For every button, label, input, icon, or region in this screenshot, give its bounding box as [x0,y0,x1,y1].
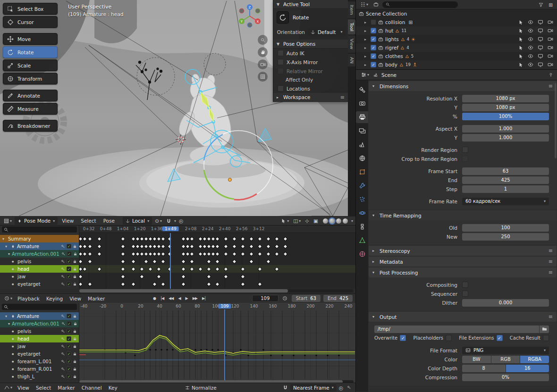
menu-key[interactable]: Key [106,385,120,391]
channel-pelvis[interactable]: ●pelvis✓ [0,258,79,265]
keyframe[interactable] [232,244,236,249]
props-tab-output[interactable] [356,111,368,123]
outliner-row-scene-collection[interactable]: Scene Collection [356,9,557,18]
collection-checkbox-collision[interactable] [371,19,376,25]
props-tab-object[interactable] [356,166,368,178]
hide-eye-icon[interactable] [528,62,533,67]
tool-button-select-box[interactable]: Select Box [3,3,58,15]
disable-render-icon[interactable] [548,53,553,59]
channel-enable-checkbox[interactable]: ✓ [67,329,71,334]
orientation-select[interactable]: Default▾ [308,28,345,36]
collection-checkbox-rigref[interactable]: ✓ [371,45,376,50]
expand-arrow-icon[interactable]: ▸ [364,37,369,42]
selectability-button[interactable]: ▾ [279,218,290,224]
keyframe[interactable] [189,236,194,241]
keyframe[interactable] [82,251,87,256]
keyframe[interactable] [79,274,83,279]
current-frame-line[interactable] [224,309,225,380]
xray-toggle-button[interactable]: ▣ [312,218,320,224]
keyframe[interactable] [152,282,157,286]
keyframe[interactable] [274,244,279,249]
menu-select[interactable]: Select [33,385,54,391]
keyframe[interactable] [167,236,172,241]
lock-icon[interactable] [73,275,77,279]
play-reverse-button[interactable]: ◀ [176,296,182,300]
keyframe[interactable] [167,244,172,249]
outliner-row-hut[interactable]: ▸✓hut11 [356,26,557,35]
channel-pelvis[interactable]: ●pelvis✓ [0,327,79,335]
menu-pose[interactable]: Pose [101,218,118,224]
keyframe[interactable] [87,244,92,249]
keying-icon[interactable] [61,344,65,349]
tool-button-move[interactable]: Move [3,33,58,45]
keyframe[interactable] [249,259,253,264]
menu-view[interactable]: View [67,296,84,301]
lock-icon[interactable] [73,337,77,341]
sidebar-tab-view[interactable]: View [348,35,355,53]
channel-enable-checkbox[interactable]: ✓ [67,344,71,349]
channel-armatureaction-001[interactable]: ▾ArmatureAction.001✓ [0,250,79,258]
camera-view-button[interactable] [258,59,268,69]
expand-arrow-icon[interactable]: ▸ [364,54,369,58]
selectable-icon[interactable] [518,20,523,25]
menu-marker[interactable]: Marker [85,296,108,301]
keying-icon[interactable] [61,244,65,249]
props-tab-world[interactable] [356,152,368,164]
folder-button[interactable] [540,325,549,333]
proportional-edit-button[interactable]: ◎ [177,218,185,224]
field-end[interactable]: 425 [462,176,549,184]
panel-header-stereoscopy[interactable]: ▸Stereoscopy≡ [369,246,557,256]
keyframe[interactable] [79,282,83,286]
channel-enable-checkbox[interactable]: ✓ [67,336,71,341]
channel-head[interactable]: ●head✓ [0,265,79,273]
slider-dither[interactable]: 0.000 [462,299,549,307]
outliner-row-lights[interactable]: ▸✓lights4 [356,35,557,43]
keying-icon[interactable] [61,282,65,286]
properties-scrollbar[interactable] [555,83,557,158]
active-tool-panel-header[interactable]: ▼Active Tool [273,0,348,9]
disable-viewport-icon[interactable] [538,28,543,33]
editor-type-button-timeline[interactable]: ▾ [3,296,14,301]
prev-keyframe-button[interactable]: ◀◀ [167,296,175,300]
channel-forearm-r-001[interactable]: ●forearm_R.001✓ [0,365,79,373]
checkbox-compositing[interactable] [462,282,468,288]
navigation-gizmo[interactable]: Z Y X [235,1,264,32]
lock-icon[interactable] [73,352,77,356]
keying-icon[interactable] [61,252,66,256]
disable-render-icon[interactable] [548,62,553,67]
graph-search-input[interactable] [2,304,77,310]
keyframe[interactable] [232,259,236,264]
keying-icon[interactable] [61,275,65,279]
menu-playback[interactable]: Playback [15,296,42,301]
disable-viewport-icon[interactable] [538,45,543,50]
shading-rendered-button[interactable] [343,218,348,224]
collection-checkbox-clothes[interactable]: ✓ [371,53,376,59]
channel-enable-checkbox[interactable]: ✓ [67,267,71,271]
keyframe[interactable] [97,236,102,241]
keyframe[interactable] [215,236,219,241]
keyframe[interactable] [161,282,166,286]
presets-menu-icon[interactable]: ≡ [549,248,553,254]
lock-icon[interactable] [73,259,77,264]
presets-menu-icon[interactable]: ≡ [549,314,553,320]
keyframe[interactable] [257,236,262,241]
presets-menu-icon[interactable]: ≡ [549,259,553,265]
outliner-row-clothes[interactable]: ▸✓clothes5 [356,52,557,60]
pose-options-header[interactable]: ▼Pose Options [273,40,348,49]
keyframe[interactable] [87,251,92,256]
keyframe[interactable] [161,251,166,256]
keyframe[interactable] [97,251,102,256]
keyframe[interactable] [181,274,186,279]
option-auto-ik[interactable]: Auto IK [273,49,348,58]
menu-view[interactable]: View [59,218,76,224]
frame-end-field[interactable]: End425 [323,295,353,302]
props-tab-constraints[interactable] [356,221,368,233]
expand-arrow-icon[interactable]: ▸ [364,29,369,33]
keyframe[interactable] [161,244,166,249]
props-tab-scene[interactable] [356,139,368,150]
channel-enable-checkbox[interactable]: ✓ [67,259,71,264]
channel-enable-checkbox[interactable]: ✓ [67,282,71,286]
keyframe[interactable] [283,251,287,256]
field-frame-start[interactable]: 63 [462,167,549,175]
keyframe[interactable] [257,244,262,249]
